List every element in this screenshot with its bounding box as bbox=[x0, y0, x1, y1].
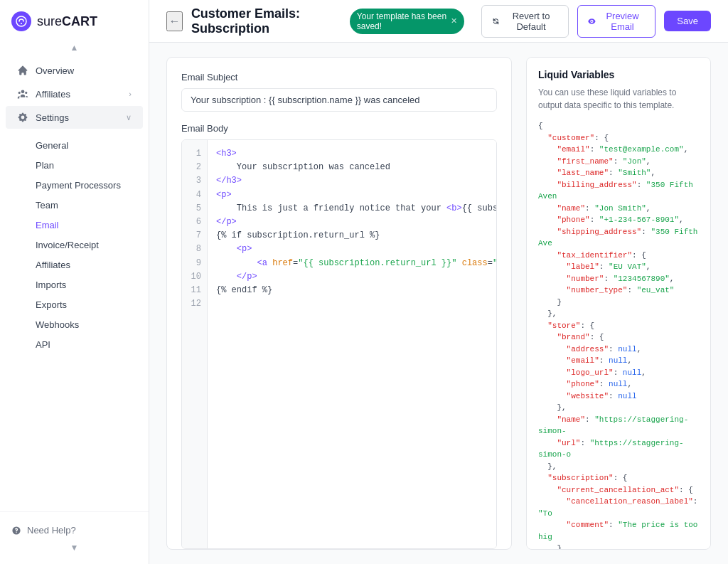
sidebar-sub-affiliates[interactable]: Affiliates bbox=[6, 255, 143, 275]
liquid-json: { "customer": { "email": "test@example.c… bbox=[538, 120, 699, 550]
scroll-down-btn[interactable]: ▼ bbox=[11, 540, 137, 555]
scroll-up-btn[interactable]: ▲ bbox=[0, 40, 149, 55]
sidebar: sureCART ▲ Overview Affiliates › Setting… bbox=[0, 0, 149, 564]
page-title: Customer Emails: Subscription bbox=[191, 6, 341, 36]
chevron-down-icon: ∨ bbox=[126, 113, 132, 122]
nav-subitems: General Plan Payment Processors Team Ema… bbox=[0, 132, 149, 358]
settings-icon bbox=[17, 112, 28, 123]
sidebar-sub-payment-processors[interactable]: Payment Processors bbox=[6, 176, 143, 195]
subject-section: Email Subject bbox=[167, 58, 511, 112]
sidebar-sub-api[interactable]: API bbox=[6, 335, 143, 354]
sidebar-sub-plan[interactable]: Plan bbox=[6, 156, 143, 175]
preview-label: Preview Email bbox=[600, 11, 646, 32]
sidebar-item-affiliates[interactable]: Affiliates › bbox=[6, 83, 143, 105]
preview-button[interactable]: Preview Email bbox=[577, 5, 656, 38]
saved-badge: Your template has been saved! ✕ bbox=[350, 9, 465, 34]
need-help-link[interactable]: Need Help? bbox=[11, 521, 137, 540]
logo-text: sureCART bbox=[37, 14, 97, 29]
sidebar-bottom: Need Help? ▼ bbox=[0, 511, 149, 564]
content-area: Email Subject Email Body 1 2 3 4 5 6 7 8 bbox=[149, 43, 728, 564]
body-label: Email Body bbox=[181, 123, 497, 134]
sidebar-item-overview[interactable]: Overview bbox=[6, 59, 143, 82]
liquid-title: Liquid Variables bbox=[538, 69, 699, 80]
svg-point-1 bbox=[21, 23, 22, 24]
editor-panel: Email Subject Email Body 1 2 3 4 5 6 7 8 bbox=[166, 57, 512, 550]
close-badge-button[interactable]: ✕ bbox=[451, 16, 457, 26]
subject-input[interactable] bbox=[181, 88, 497, 112]
main-content: ← Customer Emails: Subscription Your tem… bbox=[149, 0, 728, 564]
sidebar-sub-email[interactable]: Email bbox=[6, 216, 143, 235]
preview-icon bbox=[588, 16, 596, 26]
body-section: Email Body 1 2 3 4 5 6 7 8 9 10 11 1 bbox=[167, 112, 511, 549]
svg-point-0 bbox=[16, 16, 26, 26]
topbar: ← Customer Emails: Subscription Your tem… bbox=[149, 0, 728, 43]
sidebar-sub-invoice[interactable]: Invoice/Receipt bbox=[6, 235, 143, 255]
help-icon bbox=[11, 526, 21, 536]
sidebar-item-settings-label: Settings bbox=[36, 112, 69, 123]
home-icon bbox=[17, 65, 28, 76]
subject-label: Email Subject bbox=[181, 72, 497, 83]
sidebar-sub-general[interactable]: General bbox=[6, 136, 143, 155]
sidebar-sub-team[interactable]: Team bbox=[6, 196, 143, 215]
sidebar-sub-imports[interactable]: Imports bbox=[6, 275, 143, 294]
sidebar-sub-exports[interactable]: Exports bbox=[6, 295, 143, 314]
back-button[interactable]: ← bbox=[166, 11, 183, 31]
saved-message: Your template has been saved! bbox=[357, 11, 447, 31]
code-editor[interactable]: 1 2 3 4 5 6 7 8 9 10 11 12 <h3> Your sub… bbox=[181, 139, 497, 549]
revert-icon bbox=[492, 16, 500, 26]
save-button[interactable]: Save bbox=[664, 11, 711, 31]
sidebar-item-affiliates-label: Affiliates bbox=[36, 89, 70, 100]
chevron-right-icon: › bbox=[129, 90, 132, 98]
code-content[interactable]: <h3> Your subscription was canceled </h3… bbox=[208, 140, 496, 548]
liquid-panel: Liquid Variables You can use these liqui… bbox=[526, 57, 711, 550]
nav-section-main: Overview Affiliates › Settings ∨ bbox=[0, 55, 149, 132]
logo: sureCART bbox=[0, 0, 149, 40]
logo-icon bbox=[11, 11, 31, 31]
sidebar-sub-webhooks[interactable]: Webhooks bbox=[6, 315, 143, 334]
revert-label: Revert to Default bbox=[504, 11, 558, 32]
sidebar-item-settings[interactable]: Settings ∨ bbox=[6, 106, 143, 129]
revert-button[interactable]: Revert to Default bbox=[481, 5, 568, 38]
sidebar-item-overview-label: Overview bbox=[36, 65, 74, 76]
affiliates-icon bbox=[17, 88, 28, 100]
need-help-label: Need Help? bbox=[27, 525, 76, 536]
liquid-desc: You can use these liquid variables to ou… bbox=[538, 86, 699, 112]
line-numbers: 1 2 3 4 5 6 7 8 9 10 11 12 bbox=[182, 140, 208, 548]
